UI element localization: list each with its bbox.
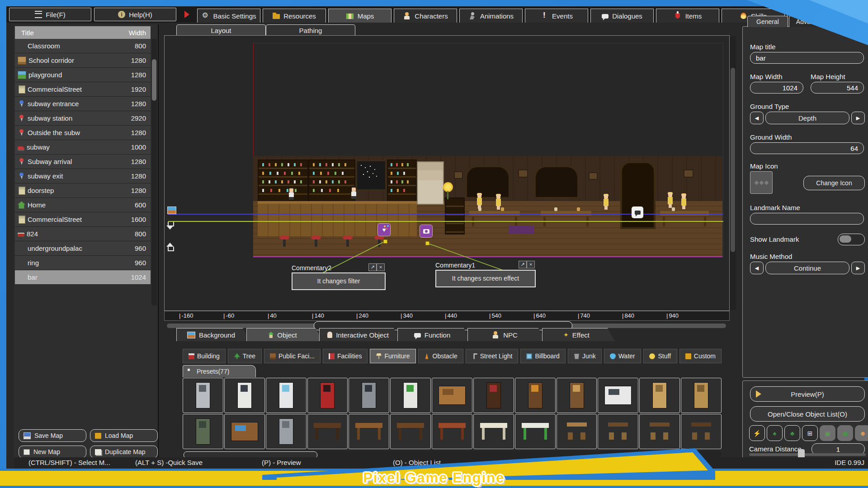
category-furniture[interactable]: Furniture — [370, 349, 415, 363]
preset-item-wide-desk[interactable] — [390, 414, 431, 449]
tab-pathing[interactable]: Pathing — [266, 24, 355, 36]
preset-item-drawer-chest-2[interactable] — [681, 378, 722, 413]
map-list-row[interactable]: CommercialStreet1600 — [15, 212, 151, 227]
view-background-icon[interactable]: ▣ — [820, 425, 835, 441]
map-list-row[interactable]: bar1024 — [15, 270, 151, 285]
map-list-row[interactable]: CommercialStreet1920 — [15, 82, 151, 97]
music-method-next-button[interactable]: ▶ — [851, 262, 865, 274]
palette-tab-function[interactable]: Function — [397, 328, 471, 341]
map-list-row[interactable]: Classroom800 — [15, 39, 151, 53]
preset-item-red-vending-machine[interactable] — [307, 378, 348, 413]
map-list-row[interactable]: 824800 — [15, 227, 151, 241]
map-list-row[interactable]: playground1280 — [15, 68, 151, 82]
preset-item-drawer-chest[interactable] — [639, 378, 680, 413]
ground-width-input[interactable]: 64 — [750, 142, 864, 154]
map-list-row[interactable]: subway entrance1280 — [15, 97, 151, 111]
map-width-input[interactable]: 1024 — [750, 82, 803, 94]
preset-item-brown-table[interactable] — [349, 414, 389, 449]
load-map-button[interactable]: Load Map — [90, 429, 158, 442]
preview-button[interactable]: Preview(P) — [750, 386, 865, 402]
preset-item-stool-pair[interactable] — [557, 414, 597, 449]
map-list-row[interactable]: undergroundpalac960 — [15, 241, 151, 256]
preset-item-white-table[interactable] — [473, 414, 514, 449]
file-menu-button[interactable]: File(F) — [9, 8, 91, 21]
save-map-button[interactable]: Save Map — [19, 429, 86, 442]
grid-toggle-icon[interactable]: ⊞ — [802, 425, 818, 441]
preset-item-cupboard[interactable] — [515, 378, 556, 413]
map-list-row[interactable]: Home600 — [15, 198, 151, 212]
category-billboard[interactable]: Billboard — [520, 349, 565, 363]
resize-icon[interactable]: ↗ — [368, 263, 377, 271]
background-layer-icon[interactable] — [167, 206, 175, 214]
preset-item-computer-desk[interactable] — [224, 414, 265, 449]
map-list-row[interactable]: School corridor1280 — [15, 53, 151, 68]
canvas-vscrollbar[interactable] — [730, 36, 736, 310]
sidebar-scrollbar-thumb[interactable] — [152, 59, 156, 101]
ground-type-prev-button[interactable]: ◀ — [750, 112, 764, 124]
preset-item-wood-cabinet[interactable] — [557, 378, 597, 413]
help-menu-button[interactable]: i Help(H) — [94, 8, 176, 21]
object-list-button[interactable]: Open/Close Object List(O) — [750, 406, 865, 422]
screen-effect-event-marker[interactable] — [420, 225, 433, 238]
preset-item-plant-shelf[interactable] — [390, 378, 431, 413]
resize-icon[interactable]: ↗ — [519, 261, 527, 268]
category-facilities[interactable]: Facilities — [323, 349, 368, 363]
change-icon-button[interactable]: Change Icon — [803, 176, 865, 190]
tab-interaction[interactable]: Interaction — [832, 16, 868, 27]
palette-tab-interactive-object[interactable]: Interactive Object — [319, 328, 401, 341]
canvas-vscrollbar-thumb[interactable] — [731, 68, 735, 252]
new-map-button[interactable]: New Map — [19, 446, 86, 458]
palette-tab-object[interactable]: Object — [246, 328, 323, 341]
preset-item-dark-cabinet[interactable] — [473, 378, 514, 413]
ground-type-next-button[interactable]: ▶ — [851, 112, 865, 124]
landmark-name-input[interactable] — [750, 213, 864, 225]
category-street-light[interactable]: Street Light — [466, 349, 519, 363]
preset-item-water-dispenser[interactable] — [266, 378, 307, 413]
commentary-2[interactable]: Commentary2 ↗ × It changes filter — [292, 264, 386, 290]
preset-item-pc-tower[interactable] — [183, 378, 223, 413]
palette-tab-background[interactable]: Background — [176, 328, 250, 341]
palette-tab-npc[interactable]: NPC — [467, 328, 546, 341]
tab-animations[interactable]: Animations — [459, 9, 523, 23]
map-canvas[interactable]: ♥ Commentary2 ↗ × It changes filter Comm… — [164, 35, 730, 311]
preset-item-server-rack[interactable] — [349, 378, 389, 413]
show-landmark-toggle[interactable] — [838, 234, 865, 245]
map-list-row[interactable]: ring960 — [15, 256, 151, 270]
tree-toggle-icon[interactable]: ♠ — [767, 425, 783, 441]
preset-item-white-cabinet[interactable] — [224, 378, 265, 413]
music-method-select[interactable]: Continue — [765, 262, 849, 274]
tab-layout[interactable]: Layout — [176, 24, 266, 36]
dialogue-marker[interactable] — [632, 206, 643, 218]
preset-item-dark-desk[interactable] — [307, 414, 348, 449]
tab-dialogues[interactable]: Dialogues — [590, 9, 654, 23]
map-list-row[interactable]: subway1000 — [15, 140, 151, 155]
map-list-row[interactable]: subway exit1280 — [15, 169, 151, 183]
map-list-row[interactable]: Outside the subw1280 — [15, 126, 151, 140]
object-toggle-icon[interactable]: ♣ — [784, 425, 800, 441]
filter-event-marker[interactable]: ♥ — [377, 223, 391, 236]
map-title-input[interactable]: bar — [750, 52, 864, 64]
category-junk[interactable]: Junk — [568, 349, 602, 363]
move-down-arrow-icon[interactable] — [166, 222, 174, 230]
move-up-arrow-icon[interactable] — [166, 243, 174, 251]
duplicate-map-button[interactable]: Duplicate Map — [90, 446, 158, 458]
preset-item-red-table[interactable] — [432, 414, 472, 449]
ground-type-select[interactable]: Depth — [765, 112, 849, 124]
preset-item-bar-table-3[interactable] — [681, 414, 722, 449]
category-building[interactable]: Building — [183, 349, 226, 363]
preset-item-green-cabinet[interactable] — [183, 414, 223, 449]
tab-advanced[interactable]: Advanced — [789, 16, 831, 27]
sidebar-scrollbar[interactable] — [151, 39, 157, 305]
preset-item-bar-table-1[interactable] — [598, 414, 638, 449]
view-tree-icon[interactable]: ◉ — [837, 425, 853, 441]
preset-item-file-cabinet[interactable] — [266, 414, 307, 449]
category-water[interactable]: Water — [604, 349, 641, 363]
map-list-row[interactable]: Subway arrival1280 — [15, 155, 151, 169]
preset-item-dining-table[interactable] — [515, 414, 556, 449]
presets-tab[interactable]: Presets(77) — [183, 365, 256, 377]
view-npc-icon[interactable]: ☻ — [855, 425, 868, 441]
close-icon[interactable]: × — [527, 261, 535, 268]
tab-basic-settings[interactable]: Basic Settings — [197, 9, 260, 23]
camera-distance-slider[interactable] — [749, 453, 866, 456]
preset-item-wood-lattice-rack[interactable] — [432, 378, 472, 413]
